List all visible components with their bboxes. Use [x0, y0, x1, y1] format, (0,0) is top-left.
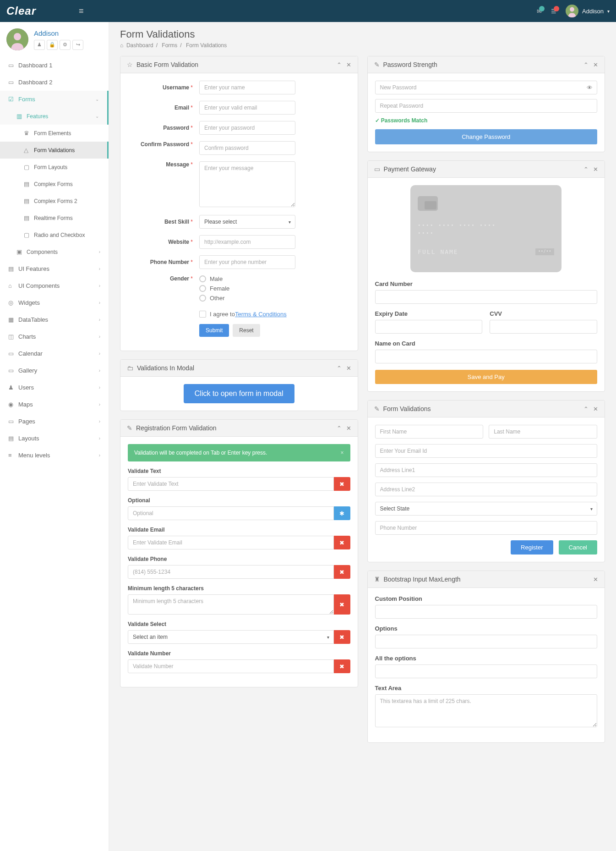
card-number-input[interactable]	[375, 290, 598, 304]
close-button[interactable]: ✕	[346, 365, 351, 372]
expiry-input[interactable]	[375, 320, 483, 334]
sidebar-item[interactable]: ≡Menu levels›	[0, 447, 109, 464]
clear-button[interactable]: ✖	[334, 630, 350, 644]
gender-radio[interactable]: Female	[199, 285, 295, 292]
sidebar-item[interactable]: ▤Layouts›	[0, 430, 109, 447]
clear-button[interactable]: ✖	[334, 594, 350, 615]
repeat-password-input[interactable]	[375, 99, 598, 113]
gender-radio[interactable]: Male	[199, 275, 295, 282]
eye-icon[interactable]: 👁	[587, 84, 593, 91]
validate-text-input[interactable]	[128, 477, 334, 491]
sidebar-item[interactable]: ☑Forms⌄	[0, 91, 109, 108]
website-input[interactable]	[199, 235, 295, 249]
custom-position-input[interactable]	[375, 605, 598, 619]
sidebar-item[interactable]: ♛Form Elements	[0, 125, 109, 142]
message-textarea[interactable]	[199, 161, 295, 207]
user-logout-button[interactable]: ↪	[72, 40, 83, 50]
clear-button[interactable]: ✖	[334, 536, 350, 549]
collapse-button[interactable]: ⌃	[337, 425, 342, 432]
mail-button[interactable]: ✉	[537, 8, 542, 15]
sidebar-item[interactable]: ▭Dashboard 2	[0, 74, 109, 91]
all-options-input[interactable]	[375, 664, 598, 678]
email-input[interactable]	[199, 101, 295, 115]
phone-number-input[interactable]	[375, 521, 598, 535]
sidebar-item[interactable]: ▭Dashboard 1	[0, 57, 109, 74]
validate-email-input[interactable]	[128, 536, 334, 549]
validate-select[interactable]: Select an item	[128, 630, 334, 644]
address1-input[interactable]	[375, 463, 598, 477]
collapse-button[interactable]: ⌃	[583, 406, 589, 412]
collapse-button[interactable]: ⌃	[583, 166, 589, 173]
last-name-input[interactable]	[489, 425, 597, 439]
optional-input[interactable]	[128, 506, 334, 520]
username-input[interactable]	[199, 81, 295, 94]
name-on-card-input[interactable]	[375, 350, 598, 363]
tasks-button[interactable]: ☰	[551, 8, 556, 15]
crumb-forms[interactable]: Forms	[162, 42, 177, 49]
options-input[interactable]	[375, 635, 598, 648]
menu-toggle-button[interactable]: ≡	[79, 6, 84, 16]
minlen-textarea[interactable]	[128, 594, 334, 615]
new-password-input[interactable]	[375, 81, 598, 94]
clear-button[interactable]: ✖	[334, 477, 350, 491]
collapse-button[interactable]: ⌃	[337, 61, 342, 68]
save-pay-button[interactable]: Save and Pay	[375, 370, 598, 384]
clear-button[interactable]: ✖	[334, 659, 350, 673]
close-button[interactable]: ✕	[593, 576, 598, 583]
sidebar-item[interactable]: ◉Maps›	[0, 396, 109, 413]
confirm-password-input[interactable]	[199, 141, 295, 155]
clear-button[interactable]: ✖	[334, 565, 350, 579]
sidebar-item[interactable]: ♟Users›	[0, 379, 109, 396]
sidebar-item[interactable]: ▣Components›	[0, 243, 109, 260]
close-button[interactable]: ✕	[593, 406, 598, 412]
reset-button[interactable]: Reset	[233, 324, 260, 337]
cvv-input[interactable]	[490, 320, 597, 334]
skill-select[interactable]: Please select	[199, 215, 295, 229]
sidebar-item[interactable]: ▭Calendar›	[0, 345, 109, 362]
validate-number-input[interactable]	[128, 659, 334, 673]
email-id-input[interactable]	[375, 444, 598, 458]
sidebar-item[interactable]: ▭Pages›	[0, 413, 109, 430]
validate-phone-input[interactable]	[128, 565, 334, 579]
sidebar-item[interactable]: ▢Radio and Checkbox	[0, 226, 109, 243]
password-input[interactable]	[199, 121, 295, 135]
open-modal-button[interactable]: Click to open form in modal	[184, 384, 294, 403]
alert-close-button[interactable]: ×	[340, 450, 343, 456]
close-button[interactable]: ✕	[593, 166, 598, 173]
sidebar-item[interactable]: ⌂UI Components›	[0, 277, 109, 294]
user-menu[interactable]: Addison ▾	[566, 5, 610, 17]
info-button[interactable]: ✱	[334, 506, 350, 520]
collapse-button[interactable]: ⌃	[337, 365, 342, 372]
sidebar-item[interactable]: ▤Complex Forms 2	[0, 192, 109, 209]
cancel-button[interactable]: Cancel	[559, 540, 597, 555]
gender-radio[interactable]: Other	[199, 295, 295, 302]
first-name-input[interactable]	[375, 425, 484, 439]
register-button[interactable]: Register	[511, 540, 553, 555]
sidebar-item[interactable]: ▤Realtime Forms	[0, 209, 109, 226]
crumb-dashboard[interactable]: Dashboard	[126, 42, 153, 49]
close-button[interactable]: ✕	[346, 61, 351, 68]
close-button[interactable]: ✕	[346, 425, 351, 432]
user-profile-button[interactable]: ♟	[34, 40, 45, 50]
sidebar-item[interactable]: ▢Form Layouts	[0, 159, 109, 176]
user-lock-button[interactable]: 🔒	[47, 40, 58, 50]
close-button[interactable]: ✕	[593, 61, 598, 68]
user-settings-button[interactable]: ⚙	[60, 40, 71, 50]
terms-link[interactable]: Terms & Conditions	[235, 311, 287, 318]
change-password-button[interactable]: Change Password	[375, 129, 598, 144]
sidebar-item[interactable]: △Form Validations	[0, 142, 109, 159]
agree-checkbox-row[interactable]: I agree to Terms & Conditions	[199, 311, 295, 318]
sidebar-item[interactable]: ▤UI Features›	[0, 260, 109, 277]
collapse-button[interactable]: ⌃	[583, 61, 589, 68]
sidebar-item[interactable]: ▭Gallery›	[0, 362, 109, 379]
submit-button[interactable]: Submit	[199, 324, 229, 337]
phone-input[interactable]	[199, 255, 295, 269]
sidebar-item[interactable]: ◫Charts›	[0, 328, 109, 345]
address2-input[interactable]	[375, 483, 598, 496]
state-select[interactable]: Select State	[375, 502, 598, 516]
sidebar-item[interactable]: ▦DataTables›	[0, 311, 109, 328]
maxlength-textarea[interactable]	[375, 694, 598, 727]
sidebar-item[interactable]: ▤Complex Forms	[0, 176, 109, 192]
sidebar-item[interactable]: ▥Features⌄	[0, 108, 109, 125]
sidebar-item[interactable]: ◎Widgets›	[0, 294, 109, 311]
